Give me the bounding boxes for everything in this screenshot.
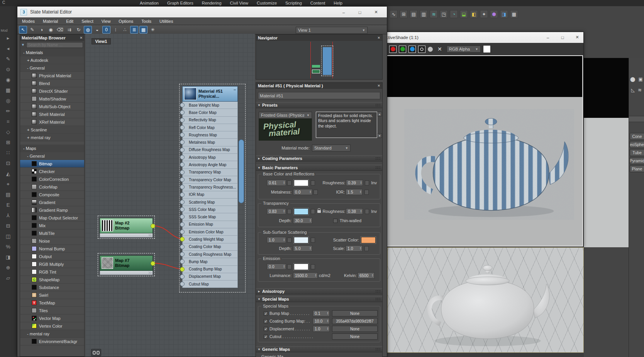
material-map-slot[interactable]: Cutout Map <box>182 280 238 288</box>
left-toolbar-icon[interactable]: ⊕ <box>3 263 13 273</box>
material-map-slot[interactable]: Emission Color Map <box>182 228 238 236</box>
transparency-roughness-spinner[interactable]: 0.38▲▼ <box>346 208 363 214</box>
browser-row[interactable]: + Scanline <box>20 126 84 134</box>
command-panel-tab-icon[interactable]: ◺ <box>631 87 635 93</box>
input-socket[interactable] <box>180 118 185 122</box>
lock-icon[interactable] <box>317 210 321 213</box>
main-menu-item[interactable]: Civil View <box>230 1 248 5</box>
browser-row[interactable]: Physical Material <box>20 72 84 80</box>
browser-row[interactable]: ShapeMap <box>20 276 84 284</box>
input-socket[interactable] <box>180 103 185 107</box>
kelvin-spinner[interactable]: 6500▲▼ <box>358 272 375 279</box>
thin-walled-checkbox[interactable] <box>333 219 337 223</box>
create-object-button[interactable]: Tube <box>630 149 644 156</box>
left-toolbar-icon[interactable]: ⌖ <box>3 179 13 190</box>
material-map-slot[interactable]: Reflectivity Map <box>182 117 238 124</box>
map-button[interactable] <box>311 238 315 243</box>
map-slot-button[interactable]: None <box>332 333 378 340</box>
main-toolbar-icon[interactable]: ◨ <box>500 10 508 18</box>
main-toolbar-icon[interactable]: ∿ <box>390 10 398 18</box>
search-input[interactable] <box>26 42 83 48</box>
material-map-slot[interactable]: Base Color Map <box>182 109 238 116</box>
left-toolbar-icon[interactable]: ⅄ <box>3 211 13 221</box>
map-button[interactable] <box>311 180 315 185</box>
slate-toolbar-icon[interactable]: 0 <box>102 26 110 34</box>
left-toolbar-icon[interactable]: ◎ <box>3 96 13 106</box>
rollout-special-maps[interactable]: ▼Special Maps <box>256 296 382 302</box>
left-toolbar-icon[interactable]: ⊙ <box>3 65 13 75</box>
background-color-swatch[interactable] <box>483 45 491 53</box>
material-map-slot[interactable]: Anisotropy Angle Map <box>182 161 238 168</box>
slate-toolbar-icon[interactable]: ◒ <box>93 26 101 34</box>
map-button[interactable] <box>314 190 318 195</box>
map-button[interactable] <box>364 190 369 195</box>
slate-toolbar-icon[interactable]: ↻ <box>75 26 83 34</box>
slate-toolbar-icon[interactable]: ◑ <box>37 26 46 34</box>
material-map-slot[interactable]: Metalness Map <box>182 139 238 146</box>
emission-color-swatch[interactable] <box>294 264 308 270</box>
input-socket[interactable] <box>180 230 185 234</box>
main-toolbar-icon[interactable]: ▤ <box>410 10 418 18</box>
browser-row[interactable]: Map Output Selector <box>20 214 84 222</box>
map-slot-button[interactable]: None <box>332 326 378 332</box>
parameter-panel-header[interactable]: Material #51 ( Physical Material ) ✕ <box>256 83 382 89</box>
sss-depth-spinner[interactable]: 5.0▲▼ <box>293 245 312 252</box>
browser-row[interactable]: Bitmap <box>20 160 84 168</box>
browser-row[interactable]: RGB Multiply <box>20 260 84 268</box>
sss-weight-spinner[interactable]: 1.0▲▼ <box>267 237 286 243</box>
left-toolbar-icon[interactable]: ◂ <box>3 44 13 54</box>
map-button[interactable] <box>287 238 291 243</box>
sss-scale-spinner[interactable]: 1.0▲▼ <box>346 245 363 252</box>
input-socket[interactable] <box>180 155 185 160</box>
map2-node[interactable]: Map #2Bitmap <box>100 218 153 238</box>
base-color-swatch[interactable] <box>294 180 308 186</box>
input-socket[interactable] <box>180 222 185 227</box>
left-toolbar-icon[interactable]: ▤ <box>3 190 13 200</box>
browser-row[interactable]: ColorCorrection <box>20 175 84 183</box>
slate-titlebar[interactable]: 3 Slate Material Editor – □ ✕ <box>17 7 387 17</box>
material-map-slot[interactable]: Coating Weight Map <box>182 236 238 243</box>
left-toolbar-icon[interactable]: ◇ <box>3 127 13 138</box>
left-toolbar-icon[interactable]: ⌗ <box>3 117 13 127</box>
input-socket[interactable] <box>180 148 185 152</box>
slate-toolbar-icon[interactable]: ▦ <box>139 26 147 34</box>
main-toolbar-icon[interactable]: ◔ <box>450 10 458 18</box>
browser-row[interactable]: TextMap <box>20 299 84 307</box>
material-map-slot[interactable]: Transparency Color Map <box>182 176 238 184</box>
main-toolbar-icon[interactable]: ◧ <box>470 10 478 18</box>
browser-row[interactable]: Environment/Backgr <box>20 338 84 345</box>
browser-row[interactable]: - General <box>20 152 84 160</box>
input-socket[interactable] <box>180 133 185 137</box>
input-socket[interactable] <box>180 237 185 241</box>
browser-row[interactable]: DirectX Shader <box>20 87 84 95</box>
main-menu-item[interactable]: Customize <box>257 1 277 5</box>
chevron-down-icon[interactable]: ▼ <box>21 43 25 47</box>
slate-toolbar-icon[interactable]: ✎ <box>28 26 36 34</box>
material-map-slot[interactable]: Bump Map <box>182 258 238 265</box>
material-map-slot[interactable]: Base Weight Map <box>182 102 238 109</box>
map7-node[interactable]: Map #7Bitmap <box>100 255 153 275</box>
browser-row[interactable]: XRef Material <box>20 118 84 126</box>
browser-row[interactable]: + Autodesk <box>20 56 84 64</box>
left-toolbar-icon[interactable]: ◉ <box>3 75 13 85</box>
material-map-slot[interactable]: Coating Color Map <box>182 243 238 251</box>
left-toolbar-icon[interactable]: ⊟ <box>3 221 13 231</box>
main-menu-item[interactable]: Rendering <box>202 1 222 5</box>
material-map-slot[interactable]: Transparency Map <box>182 169 238 176</box>
input-socket[interactable] <box>180 274 185 279</box>
browser-row[interactable]: - General <box>20 64 84 72</box>
material-map-slot[interactable]: IOR Map <box>182 191 238 199</box>
main-menu-item[interactable]: Animation <box>140 1 159 5</box>
slate-menu-item[interactable]: Material <box>43 19 58 24</box>
blue-channel-toggle[interactable] <box>408 46 416 53</box>
input-socket[interactable] <box>180 267 185 272</box>
input-socket[interactable] <box>180 200 185 204</box>
main-toolbar-icon[interactable]: ◳ <box>440 10 448 18</box>
map-enable-checkbox[interactable]: ✓ <box>264 327 268 331</box>
left-toolbar-icon[interactable]: ∷ <box>3 148 13 158</box>
material-map-slot[interactable]: Anisotropy Map <box>182 154 238 161</box>
minimize-button[interactable]: – <box>338 8 349 16</box>
command-panel-tab-icon[interactable]: ⬤ <box>630 76 635 82</box>
luminance-spinner[interactable]: 1500.0▲▼ <box>293 272 318 279</box>
close-icon[interactable]: ✕ <box>377 84 380 88</box>
